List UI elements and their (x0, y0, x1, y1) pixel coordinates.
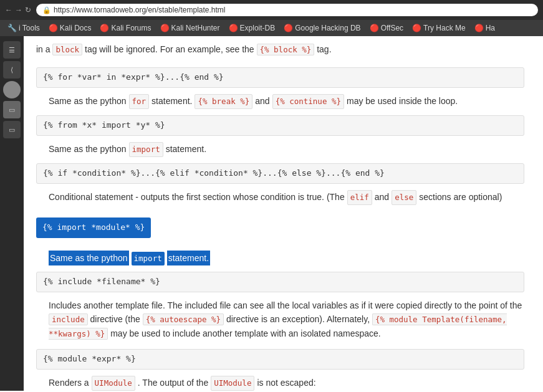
sidebar: ☰ ⟨ ▭ ▭ (0, 36, 24, 391)
bookmark-offsec[interactable]: 🔴 OffSec (366, 22, 407, 34)
for-continue-code: {% continue %} (272, 94, 344, 109)
bookmark-icon: 🔴 (284, 24, 293, 32)
bookmark-tryhackme[interactable]: 🔴 Try Hack Me (408, 22, 469, 34)
bookmark-kalidocs[interactable]: 🔴 Kali Docs (45, 22, 95, 34)
intro-text2: tag will be ignored. For an example, see… (85, 44, 254, 54)
include-code-block: {% include *filename* %} (36, 272, 524, 292)
from-desc-text1: Same as the python (49, 142, 127, 156)
forward-icon[interactable]: → (15, 6, 22, 14)
sidebar-icon-3[interactable]: ▭ (3, 101, 21, 118)
bookmark-ha[interactable]: 🔴 Ha (471, 22, 499, 34)
lock-icon: 🔒 (42, 6, 51, 14)
bookmark-kalinethunter[interactable]: 🔴 Kali NetHunter (156, 22, 224, 34)
bookmark-icon: 🔴 (370, 24, 379, 32)
address-bar[interactable]: 🔒 https://www.tornadoweb.org/en/stable/t… (36, 4, 538, 16)
include-desc1: Includes another template file. The incl… (49, 300, 522, 310)
sidebar-icon-4[interactable]: ▭ (3, 121, 21, 138)
module-code2: UIModule (211, 376, 254, 391)
for-break-code: {% break %} (195, 94, 252, 109)
include-code2: {% autoescape %} (143, 313, 224, 325)
from-desc-text2: statement. (166, 142, 206, 156)
main-layout: ☰ ⟨ ▭ ▭ in a block tag will be ignored. … (0, 36, 543, 391)
main-content: in a block tag will be ignored. For an e… (24, 36, 543, 391)
for-desc-text2: statement. (151, 94, 192, 108)
include-desc2: directive (the (90, 314, 140, 324)
for-code-block: {% for *var* in *expr* %}...{% end %} (36, 67, 524, 88)
import-desc-end: statement. (167, 251, 210, 265)
if-desc-text2: and (375, 190, 389, 204)
bookmark-icon: 🔴 (229, 24, 238, 32)
intro-text1: in a (36, 44, 50, 54)
browser-chrome: ← → ↻ 🔒 https://www.tornadoweb.org/en/st… (0, 0, 543, 20)
if-desc-text3: sections are optional) (419, 190, 502, 204)
if-elif-code: elif (347, 190, 372, 205)
for-desc-text1: Same as the python (49, 94, 127, 108)
include-code1: include (49, 313, 88, 325)
bookmark-icon: 🔴 (474, 24, 484, 32)
url-text: https://www.tornadoweb.org/en/stable/tem… (54, 6, 225, 14)
intro-paragraph: in a block tag will be ignored. For an e… (36, 42, 524, 61)
if-desc-text1: Conditional statement - outputs the firs… (49, 190, 345, 204)
bookmark-kaliforums[interactable]: 🔴 Kali Forums (96, 22, 155, 34)
bookmark-icon: 🔴 (49, 24, 58, 32)
browser-nav-icons: ← → ↻ (5, 6, 31, 14)
from-description: Same as the python import statement. (36, 142, 524, 157)
intro-text3: tag. (317, 44, 331, 54)
module-desc1: Renders a (49, 376, 89, 390)
bookmark-icon: 🔴 (412, 24, 421, 32)
intro-code-block-tag: {% block %} (257, 44, 315, 55)
import-code-block-container: {% import *module* %} (36, 211, 524, 244)
for-code: for (129, 94, 150, 109)
import-description: Same as the python import statement. (36, 251, 524, 265)
bookmarks-bar: 🔧 i Tools 🔴 Kali Docs 🔴 Kali Forums 🔴 Ka… (0, 20, 543, 36)
if-code-block: {% if *condition* %}...{% elif *conditio… (36, 163, 524, 184)
import-code-block: {% import *module* %} (36, 218, 151, 238)
bookmark-icon: 🔧 (7, 24, 17, 32)
include-description: Includes another template file. The incl… (36, 299, 524, 340)
module-code1: UIModule (92, 376, 135, 391)
back-icon[interactable]: ← (5, 6, 12, 14)
bookmark-icon: 🔴 (160, 24, 170, 32)
bookmark-exploitdb[interactable]: 🔴 Exploit-DB (225, 22, 279, 34)
for-desc-text4: may be used inside the loop. (347, 94, 458, 108)
from-import-code: import (129, 142, 163, 157)
include-desc4: may be used to include another template … (110, 328, 381, 338)
include-desc3: directive is an exception). Alternately, (226, 314, 370, 324)
sidebar-icon-2[interactable]: ⟨ (3, 61, 21, 79)
module-desc3: is not escaped: (257, 376, 315, 390)
for-description: Same as the python for statement. {% bre… (36, 94, 524, 109)
bookmark-googlehacking[interactable]: 🔴 Google Hacking DB (280, 22, 364, 34)
sidebar-avatar (3, 81, 21, 98)
if-else-code: else (392, 190, 416, 205)
for-desc-text3: and (255, 94, 269, 108)
module-code-block: {% module *expr* %} (36, 349, 524, 370)
module-description: Renders a UIModule . The output of the U… (36, 376, 524, 391)
bookmark-itools[interactable]: 🔧 i Tools (4, 22, 44, 34)
import-desc-selected: Same as the python (49, 251, 129, 265)
bookmark-icon: 🔴 (100, 24, 109, 32)
from-code-block: {% from *x* import *y* %} (36, 115, 524, 136)
refresh-icon[interactable]: ↻ (25, 6, 31, 14)
if-description: Conditional statement - outputs the firs… (36, 190, 524, 205)
intro-code-block: block (52, 44, 82, 55)
module-desc2: . The output of the (138, 376, 208, 390)
sidebar-icon-1[interactable]: ☰ (3, 41, 21, 59)
import-code-selected: import (132, 252, 165, 265)
